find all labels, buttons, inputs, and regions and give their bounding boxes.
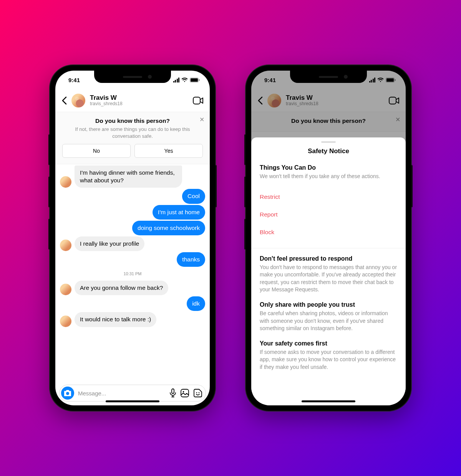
- restrict-action[interactable]: Restrict: [260, 188, 397, 206]
- svg-rect-3: [193, 97, 200, 104]
- section-subtitle: We won't tell them if you take any of th…: [260, 173, 397, 180]
- signal-icon: [173, 78, 180, 83]
- safety-notice-sheet: Safety Notice Things You Can Do We won't…: [251, 137, 406, 405]
- close-icon[interactable]: ✕: [199, 116, 204, 123]
- banner-subtitle: If not, there are some things you can do…: [62, 126, 203, 139]
- svg-rect-2: [199, 79, 200, 81]
- home-indicator[interactable]: [302, 400, 355, 402]
- svg-rect-1: [191, 78, 198, 82]
- divider: [251, 248, 406, 248]
- back-icon[interactable]: [61, 96, 67, 105]
- outgoing-message[interactable]: thanks: [177, 252, 205, 267]
- avatar[interactable]: [60, 176, 71, 188]
- message-composer[interactable]: Message...: [59, 385, 206, 402]
- home-indicator[interactable]: [106, 400, 159, 402]
- chat-scroll[interactable]: I'm having dinner with some friends, wha…: [55, 164, 210, 382]
- svg-rect-6: [181, 389, 189, 397]
- gallery-icon[interactable]: [180, 388, 189, 398]
- outgoing-message[interactable]: doing some schoolwork: [132, 221, 205, 235]
- svg-point-4: [66, 392, 69, 395]
- outgoing-message[interactable]: I'm just at home: [153, 205, 205, 220]
- outgoing-message[interactable]: Cool: [182, 189, 205, 203]
- svg-point-7: [183, 391, 184, 393]
- status-time: 9:41: [68, 77, 80, 83]
- sheet-grabber[interactable]: [321, 141, 336, 143]
- timestamp: 10:31 PM: [60, 271, 205, 276]
- avatar[interactable]: [60, 284, 71, 295]
- incoming-message[interactable]: I'm having dinner with some friends, wha…: [75, 165, 182, 188]
- chat-header: Travis W travis_shreds18: [55, 89, 210, 112]
- phone-right: 9:41 Travis W travis_shreds18 ✕ Do you k: [246, 65, 411, 411]
- avatar[interactable]: [60, 240, 71, 251]
- report-action[interactable]: Report: [260, 206, 397, 223]
- svg-point-8: [196, 392, 197, 393]
- notch: [290, 71, 367, 83]
- svg-point-9: [199, 392, 200, 393]
- tip-body: Be careful when sharing photos, videos o…: [260, 310, 397, 332]
- tip-heading: Don't feel pressured to respond: [260, 255, 397, 262]
- sheet-title: Safety Notice: [251, 147, 406, 155]
- outgoing-message[interactable]: idk: [187, 296, 205, 311]
- phone-left: 9:41 Travis W travis_shreds18 ✕ Do you k: [50, 65, 215, 411]
- chat-name[interactable]: Travis W: [90, 94, 188, 102]
- safety-banner: ✕ Do you know this person? If not, there…: [55, 112, 210, 164]
- svg-rect-5: [172, 389, 174, 393]
- message-input[interactable]: Message...: [78, 390, 166, 397]
- tip-body: If someone asks to move your conversatio…: [260, 349, 397, 371]
- banner-yes-button[interactable]: Yes: [134, 144, 203, 158]
- camera-icon[interactable]: [61, 387, 74, 400]
- tip-body: You don't have to respond to messages th…: [260, 264, 397, 294]
- incoming-message[interactable]: Are you gonna follow me back?: [75, 281, 168, 295]
- sticker-icon[interactable]: [193, 388, 202, 398]
- tip-heading: Your safety comes first: [260, 340, 397, 347]
- incoming-message[interactable]: It would nice to talk more :): [75, 312, 156, 327]
- avatar[interactable]: [60, 316, 71, 327]
- banner-no-button[interactable]: No: [62, 144, 131, 158]
- notch: [94, 71, 171, 83]
- wifi-icon: [181, 78, 188, 83]
- banner-title: Do you know this person?: [62, 117, 203, 124]
- section-heading: Things You Can Do: [260, 164, 397, 171]
- block-action[interactable]: Block: [260, 223, 397, 241]
- chat-handle: travis_shreds18: [90, 101, 188, 107]
- battery-icon: [190, 78, 200, 83]
- incoming-message[interactable]: I really like your profile: [75, 236, 144, 251]
- tip-heading: Only share with people you trust: [260, 301, 397, 308]
- microphone-icon[interactable]: [169, 388, 176, 398]
- avatar[interactable]: [71, 94, 85, 107]
- video-call-icon[interactable]: [193, 97, 204, 104]
